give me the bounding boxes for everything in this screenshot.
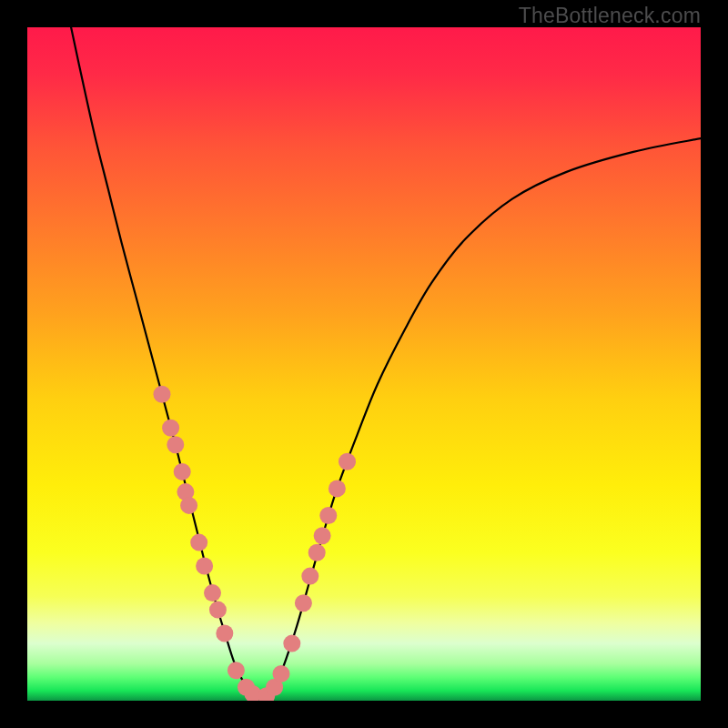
scatter-point: [295, 594, 312, 612]
chart-svg: [27, 27, 701, 701]
scatter-point: [272, 665, 289, 682]
scatter-point: [314, 527, 331, 544]
scatter-point: [301, 568, 318, 585]
scatter-point: [154, 386, 171, 403]
scatter-point: [196, 558, 213, 575]
scatter-point: [190, 534, 207, 551]
gradient-background: [27, 27, 701, 701]
scatter-point: [209, 602, 227, 619]
plot-area: [27, 27, 701, 701]
scatter-point: [329, 480, 346, 497]
chart-container: TheBottleneck.com: [0, 0, 728, 728]
scatter-point: [319, 507, 337, 524]
scatter-point: [167, 436, 184, 453]
scatter-point: [339, 453, 356, 470]
watermark-text: TheBottleneck.com: [519, 4, 701, 28]
scatter-point: [180, 497, 197, 514]
scatter-point: [174, 463, 191, 480]
scatter-point: [162, 420, 179, 437]
scatter-point: [308, 544, 326, 561]
scatter-point: [204, 584, 221, 602]
scatter-point: [216, 625, 233, 642]
scatter-point: [228, 662, 245, 679]
scatter-point: [283, 635, 300, 652]
